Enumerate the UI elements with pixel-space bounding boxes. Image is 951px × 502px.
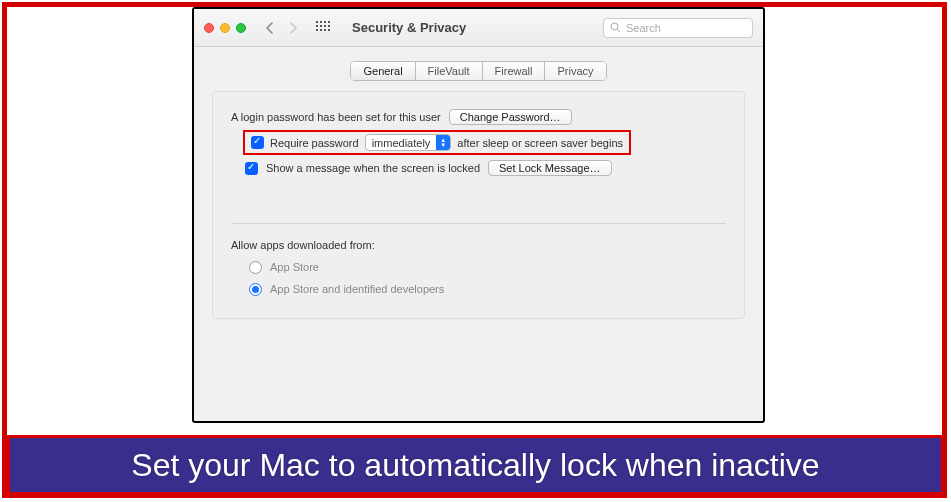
window-title: Security & Privacy (352, 20, 466, 35)
password-delay-value: immediately (366, 137, 437, 149)
show-all-icon[interactable] (316, 21, 336, 35)
zoom-icon[interactable] (236, 23, 246, 33)
set-lock-message-button[interactable]: Set Lock Message… (488, 160, 612, 176)
require-password-label: Require password (270, 137, 359, 149)
identified-developers-label: App Store and identified developers (270, 283, 444, 295)
svg-rect-4 (316, 25, 318, 27)
close-icon[interactable] (204, 23, 214, 33)
svg-rect-10 (324, 29, 326, 31)
chevron-updown-icon: ▲▼ (436, 135, 450, 150)
show-lock-message-label: Show a message when the screen is locked (266, 162, 480, 174)
svg-rect-9 (320, 29, 322, 31)
traffic-lights (204, 23, 246, 33)
tab-privacy[interactable]: Privacy (545, 62, 605, 80)
search-placeholder: Search (626, 22, 661, 34)
svg-rect-0 (316, 21, 318, 23)
preferences-window: Security & Privacy Search General FileVa… (192, 7, 765, 423)
forward-button[interactable] (282, 18, 304, 38)
svg-rect-5 (320, 25, 322, 27)
show-lock-message-checkbox[interactable] (245, 162, 258, 175)
svg-rect-11 (328, 29, 330, 31)
tab-bar: General FileVault Firewall Privacy (194, 47, 763, 91)
caption-text: Set your Mac to automatically lock when … (131, 447, 819, 484)
svg-rect-3 (328, 21, 330, 23)
tutorial-caption: Set your Mac to automatically lock when … (7, 435, 944, 495)
svg-rect-2 (324, 21, 326, 23)
svg-rect-1 (320, 21, 322, 23)
tab-general[interactable]: General (351, 62, 415, 80)
svg-point-12 (611, 23, 618, 30)
back-button[interactable] (258, 18, 280, 38)
svg-rect-6 (324, 25, 326, 27)
app-store-radio[interactable] (249, 261, 262, 274)
change-password-button[interactable]: Change Password… (449, 109, 572, 125)
svg-line-13 (617, 29, 620, 32)
svg-rect-8 (316, 29, 318, 31)
nav-buttons (258, 18, 304, 38)
search-input[interactable]: Search (603, 18, 753, 38)
divider (231, 223, 726, 224)
minimize-icon[interactable] (220, 23, 230, 33)
tab-firewall[interactable]: Firewall (483, 62, 546, 80)
window-toolbar: Security & Privacy Search (194, 9, 763, 47)
app-store-label: App Store (270, 261, 319, 273)
tab-filevault[interactable]: FileVault (416, 62, 483, 80)
require-password-highlight: Require password immediately ▲▼ after sl… (243, 130, 631, 155)
after-sleep-text: after sleep or screen saver begins (457, 137, 623, 149)
general-pane: A login password has been set for this u… (212, 91, 745, 319)
login-password-text: A login password has been set for this u… (231, 111, 441, 123)
require-password-checkbox[interactable] (251, 136, 264, 149)
allow-apps-heading: Allow apps downloaded from: (231, 239, 375, 251)
search-icon (610, 22, 621, 33)
password-delay-dropdown[interactable]: immediately ▲▼ (365, 134, 452, 151)
svg-rect-7 (328, 25, 330, 27)
identified-developers-radio[interactable] (249, 283, 262, 296)
